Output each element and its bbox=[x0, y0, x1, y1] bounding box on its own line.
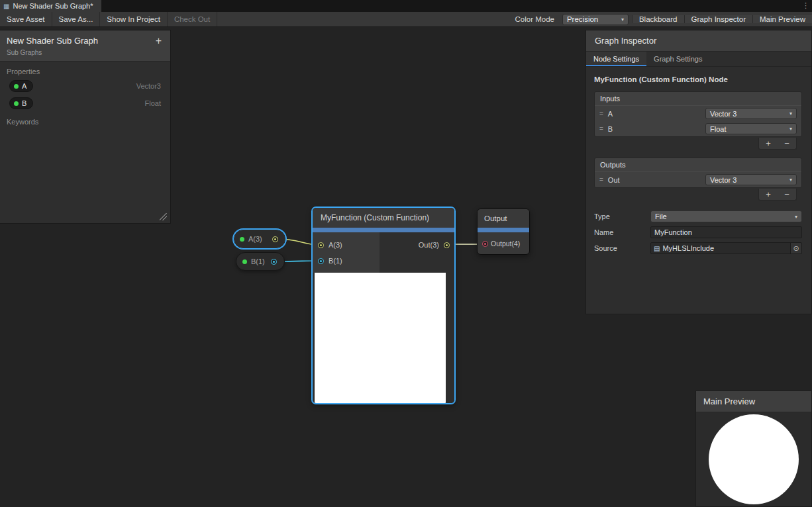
type-label: Type bbox=[594, 212, 650, 220]
output-node[interactable]: Output Output(4) bbox=[477, 208, 530, 255]
add-property-button[interactable]: + bbox=[156, 35, 162, 47]
node-preview-margin bbox=[446, 273, 454, 404]
keywords-section-label: Keywords bbox=[0, 112, 170, 128]
show-in-project-button[interactable]: Show In Project bbox=[100, 12, 168, 26]
input-row[interactable]: = B Float ▾ bbox=[595, 121, 801, 136]
blackboard-panel: New Shader Sub Graph Sub Graphs + Proper… bbox=[0, 30, 171, 224]
selected-node-heading: MyFunction (Custom Function) Node bbox=[586, 67, 811, 91]
input-name: A bbox=[608, 110, 613, 118]
type-field-row: Type File ▾ bbox=[586, 208, 811, 224]
output-node-port-row[interactable]: Output(4) bbox=[478, 232, 529, 248]
graph-toolbar: Save Asset Save As... Show In Project Ch… bbox=[0, 12, 812, 27]
type-dropdown[interactable]: File ▾ bbox=[650, 210, 802, 222]
input-type-value: Float bbox=[710, 125, 726, 133]
save-as-button[interactable]: Save As... bbox=[52, 12, 101, 26]
inspector-tabs: Node Settings Graph Settings bbox=[586, 52, 811, 67]
custom-function-node[interactable]: MyFunction (Custom Function) A(3) B(1) O… bbox=[312, 207, 455, 404]
output-name: Out bbox=[608, 176, 620, 184]
input-name: B bbox=[608, 125, 613, 133]
input-ports: A(3) B(1) bbox=[313, 232, 380, 273]
add-output-button[interactable]: + bbox=[759, 189, 778, 200]
property-exposed-dot bbox=[242, 259, 247, 264]
remove-input-button[interactable]: − bbox=[778, 138, 796, 149]
drag-handle-icon[interactable]: = bbox=[599, 110, 603, 117]
input-type-dropdown[interactable]: Float ▾ bbox=[705, 123, 797, 134]
name-field-row: Name bbox=[586, 224, 811, 240]
save-asset-button[interactable]: Save Asset bbox=[0, 12, 52, 26]
outputs-list-footer: + − bbox=[758, 189, 797, 201]
tab-graph-settings[interactable]: Graph Settings bbox=[646, 52, 709, 66]
outputs-group-title: Outputs bbox=[595, 158, 801, 172]
tab-title: New Shader Sub Graph* bbox=[13, 2, 93, 10]
input-port-a[interactable] bbox=[318, 242, 324, 248]
property-node-a[interactable]: A(3) bbox=[233, 229, 286, 249]
blackboard-header[interactable]: New Shader Sub Graph Sub Graphs + bbox=[0, 30, 170, 62]
blackboard-property-row[interactable]: A Vector3 bbox=[0, 77, 170, 95]
property-pill-a[interactable]: A bbox=[9, 80, 33, 92]
graph-inspector-title[interactable]: Graph Inspector bbox=[586, 30, 811, 52]
property-exposed-dot bbox=[14, 84, 19, 89]
input-port-label: A(3) bbox=[329, 241, 342, 249]
node-preview[interactable] bbox=[315, 273, 446, 404]
property-pill-b[interactable]: B bbox=[9, 97, 33, 109]
node-title[interactable]: Output bbox=[478, 209, 529, 228]
color-mode-dropdown[interactable]: Precision ▾ bbox=[562, 14, 629, 25]
property-node-label: B(1) bbox=[251, 257, 265, 265]
drag-handle-icon[interactable]: = bbox=[599, 125, 603, 132]
property-type: Float bbox=[145, 99, 161, 107]
shader-graph-icon: ▦ bbox=[3, 3, 9, 10]
name-field[interactable] bbox=[650, 226, 802, 238]
input-port-row[interactable]: A(3) bbox=[313, 237, 380, 253]
unity-shader-graph-window: ▦ New Shader Sub Graph* ⋮ Save Asset Sav… bbox=[0, 0, 812, 507]
chevron-down-icon: ▾ bbox=[789, 111, 792, 116]
property-name: A bbox=[22, 82, 26, 90]
blackboard-property-row[interactable]: B Float bbox=[0, 95, 170, 112]
output-node-input-port[interactable] bbox=[482, 241, 488, 247]
source-object-field[interactable]: ▤ MyHLSLInclude ⊙ bbox=[650, 242, 802, 254]
tab-node-settings[interactable]: Node Settings bbox=[586, 52, 646, 66]
source-label: Source bbox=[594, 244, 650, 252]
remove-output-button[interactable]: − bbox=[778, 189, 796, 200]
file-icon: ▤ bbox=[654, 245, 660, 252]
input-row[interactable]: = A Vector 3 ▾ bbox=[595, 106, 801, 121]
precision-accent-bar bbox=[478, 228, 529, 232]
output-node-port-label: Output(4) bbox=[491, 240, 520, 248]
graph-inspector-toggle-button[interactable]: Graph Inspector bbox=[684, 15, 752, 23]
output-ports: Out(3) bbox=[380, 232, 454, 273]
blackboard-title: New Shader Sub Graph bbox=[7, 36, 164, 46]
main-preview-toggle-button[interactable]: Main Preview bbox=[752, 15, 812, 23]
chevron-down-icon: ▾ bbox=[795, 214, 797, 220]
resize-handle-icon[interactable] bbox=[160, 213, 167, 220]
property-name: B bbox=[22, 99, 26, 107]
window-menu-icon[interactable]: ⋮ bbox=[802, 1, 809, 10]
type-value: File bbox=[655, 212, 667, 220]
property-exposed-dot bbox=[240, 237, 244, 242]
add-input-button[interactable]: + bbox=[759, 138, 778, 149]
property-type: Vector3 bbox=[136, 82, 161, 90]
main-preview-viewport[interactable] bbox=[696, 412, 811, 507]
inputs-group: Inputs = A Vector 3 ▾ = B Float ▾ bbox=[594, 91, 802, 137]
input-port-b[interactable] bbox=[318, 258, 324, 264]
property-node-b[interactable]: B(1) bbox=[236, 252, 285, 271]
asset-tab[interactable]: ▦ New Shader Sub Graph* bbox=[0, 0, 101, 12]
blackboard-toggle-button[interactable]: Blackboard bbox=[632, 15, 684, 23]
output-port-label: Out(3) bbox=[419, 241, 439, 249]
object-picker-icon[interactable]: ⊙ bbox=[790, 243, 801, 254]
output-port-out[interactable] bbox=[444, 242, 450, 248]
color-mode-value: Precision bbox=[567, 15, 598, 23]
input-type-dropdown[interactable]: Vector 3 ▾ bbox=[705, 108, 797, 119]
main-preview-title[interactable]: Main Preview bbox=[696, 391, 811, 412]
property-b-output-port[interactable] bbox=[271, 259, 277, 265]
preview-sphere bbox=[709, 414, 799, 504]
output-port-row[interactable]: Out(3) bbox=[413, 237, 454, 253]
node-preview-area bbox=[313, 273, 454, 404]
check-out-button: Check Out bbox=[168, 12, 217, 26]
node-title[interactable]: MyFunction (Custom Function) bbox=[313, 208, 454, 228]
property-a-output-port[interactable] bbox=[272, 236, 278, 242]
output-type-dropdown[interactable]: Vector 3 ▾ bbox=[705, 174, 797, 185]
name-label: Name bbox=[594, 228, 650, 236]
drag-handle-icon[interactable]: = bbox=[599, 176, 603, 183]
input-port-row[interactable]: B(1) bbox=[313, 253, 380, 269]
graph-inspector-panel: Graph Inspector Node Settings Graph Sett… bbox=[585, 30, 812, 314]
output-row[interactable]: = Out Vector 3 ▾ bbox=[595, 172, 801, 187]
